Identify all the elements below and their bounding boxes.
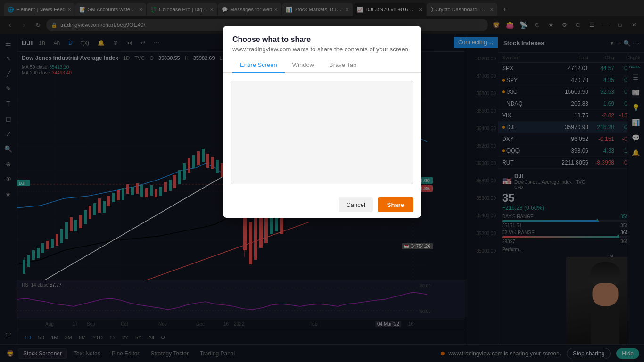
share-dialog: Choose what to share www.tradingview.com… (223, 26, 421, 218)
share-cancel-button[interactable]: Cancel (339, 197, 372, 212)
share-confirm-button[interactable]: Share (378, 197, 413, 212)
share-dialog-subtitle: www.tradingview.com wants to share the c… (232, 46, 412, 53)
share-dialog-actions: Cancel Share (223, 192, 421, 218)
share-dialog-overlay: Choose what to share www.tradingview.com… (0, 0, 644, 362)
tab-window[interactable]: Window (285, 58, 322, 72)
tab-entire-screen[interactable]: Entire Screen (232, 58, 285, 73)
share-dialog-title: Choose what to share (232, 35, 412, 44)
share-tabs-row: Entire Screen Window Brave Tab (223, 58, 421, 73)
share-preview-area (231, 81, 413, 184)
share-dialog-header: Choose what to share www.tradingview.com… (223, 26, 421, 58)
tab-brave-tab[interactable]: Brave Tab (322, 58, 364, 72)
